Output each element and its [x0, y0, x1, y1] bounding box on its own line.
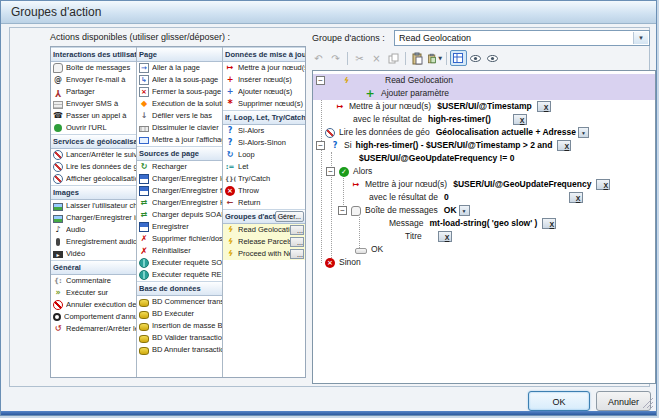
tree-row[interactable]: ×Sinon [313, 256, 655, 269]
action-item[interactable]: BD Valider transaction [137, 332, 222, 344]
resize-grip[interactable] [642, 397, 653, 408]
chevron-down-icon[interactable]: ▼ [459, 205, 470, 216]
action-item[interactable]: Laisser l'utilisateur choisir [51, 200, 136, 212]
action-item[interactable]: Boîte de messages [51, 62, 136, 74]
tree-row[interactable]: +Ajouter paramètre [313, 87, 655, 100]
action-item[interactable]: ↻Recharger [137, 161, 222, 173]
inline-dropdown[interactable]: Géolocalisation actuelle + Adresse▼ [436, 126, 589, 139]
action-item[interactable]: @Envoyer l'e-mail à [51, 74, 136, 86]
xpath-edit-button[interactable]: X [438, 231, 452, 242]
action-item[interactable]: +Ajouter nœud(s) [223, 86, 305, 98]
action-item[interactable]: ×Fermer la sous-page [137, 86, 222, 98]
action-item[interactable]: ☎Passer un appel à [51, 110, 136, 122]
action-item[interactable]: ↓Défiler vers le bas [137, 110, 222, 122]
manage-groups-button[interactable]: Gérer... [275, 211, 304, 222]
action-item[interactable]: Annuler exécution de l'act [51, 299, 136, 311]
title-bar[interactable]: Groupes d'action [1, 1, 656, 24]
action-item[interactable]: ←Return [223, 197, 305, 209]
action-item[interactable]: ⇄Charger/Enregistrer HTTP [137, 197, 222, 209]
action-item[interactable]: ↳Aller à la sous-page [137, 74, 222, 86]
xpath-edit-button[interactable]: X [537, 101, 551, 112]
action-item[interactable]: {:Commentaire [51, 275, 136, 287]
action-item[interactable]: ⇄Charger depuis SOAP [137, 209, 222, 221]
xpath-edit-button[interactable]: X [542, 218, 556, 229]
chevron-down-icon[interactable]: ▼ [578, 127, 589, 138]
action-item[interactable]: Mettre à jour l'affichage [137, 134, 222, 146]
action-item[interactable]: +Insérer nœud(s) [223, 74, 305, 86]
group-more-button[interactable]: ... [290, 237, 304, 247]
action-item[interactable]: BD Commencer transactio [137, 296, 222, 308]
tree-row[interactable]: ↦Mettre à jour nœud(s)$USER/UI/@Timestam… [313, 100, 655, 113]
action-item[interactable]: Exécuter requête SOAP [137, 257, 222, 269]
delete-icon[interactable]: × [368, 50, 385, 66]
chevron-down-icon[interactable]: ▼ [633, 32, 648, 44]
redo-icon[interactable]: ↷ [327, 50, 344, 66]
tree-row[interactable]: ↦Mettre à jour nœud(s)$USER/UI/@GeoUpdat… [313, 178, 655, 191]
action-item[interactable]: Exécuter requête REST [137, 269, 222, 281]
copy-icon[interactable] [385, 50, 402, 66]
tree-row[interactable]: −?Sihigh-res-timer() - $USER/UI/@Timesta… [313, 139, 655, 152]
action-item[interactable]: →Aller à la page [137, 62, 222, 74]
action-item[interactable]: ▸Vidéo [51, 248, 136, 260]
action-item[interactable]: ◆Exécution de la solution [137, 98, 222, 110]
action-item[interactable]: Insertion de masse BD da [137, 320, 222, 332]
action-item[interactable]: ϟRead Geolocation... [223, 224, 305, 236]
tree-row[interactable]: avec le résultat dehigh-res-timer()X [313, 113, 655, 126]
action-item[interactable]: ✗Supprimer fichier/dossier [137, 233, 222, 245]
action-item[interactable]: :=Let [223, 161, 305, 173]
action-item[interactable]: Ouvrir l'URL [51, 122, 136, 134]
action-item[interactable]: Lancer/Arrêter le suivi de [51, 149, 136, 161]
undo-icon[interactable]: ↶ [310, 50, 327, 66]
xpath-edit-button[interactable]: X [596, 179, 610, 190]
action-item[interactable]: Charger/Enregistrer le fich [137, 173, 222, 185]
action-item[interactable]: Enregistrer [137, 221, 222, 233]
tree-expander[interactable]: − [316, 141, 325, 150]
group-more-button[interactable]: ... [290, 249, 304, 259]
tree-expander[interactable]: − [338, 206, 347, 215]
action-item[interactable]: Lire les données de géo [51, 161, 136, 173]
action-item[interactable]: Comportement d'annulatio [51, 311, 136, 323]
paste-icon[interactable] [409, 50, 426, 66]
action-item[interactable]: Enregistrement audio [51, 236, 136, 248]
action-item[interactable]: ×Throw [223, 185, 305, 197]
tree-row[interactable]: −Boîte de messagesOK▼ [313, 204, 655, 217]
tree-row[interactable]: Lire les données de géoGéolocalisation a… [313, 126, 655, 139]
action-item[interactable]: ϟProceed with Next Destinatio... [223, 248, 305, 260]
xpath-edit-button[interactable]: X [513, 114, 527, 125]
ok-button[interactable]: OK [528, 391, 590, 411]
tree-row[interactable]: Messagemt-load-string( 'geo slow' )X [313, 217, 655, 230]
action-item[interactable]: {}(Try/Catch [223, 173, 305, 185]
action-item[interactable]: ↺Redémarrer/Arrêter le min [51, 323, 136, 335]
action-item[interactable]: BD Exécuter [137, 308, 222, 320]
action-item[interactable]: ✗Réinitialiser [137, 245, 222, 257]
inline-dropdown[interactable]: OK▼ [444, 204, 470, 217]
action-item[interactable]: *Supprimer nœud(s) [223, 98, 305, 110]
action-item[interactable]: YPartager [51, 86, 136, 98]
group-overview-icon[interactable] [450, 50, 467, 66]
action-group-combobox[interactable]: Read Geolocation ▼ [394, 30, 650, 46]
tree-row[interactable]: OK [313, 243, 655, 256]
tree-row[interactable]: −ϟRead Geolocation [313, 74, 655, 87]
action-item[interactable]: Afficher géolocalisation [51, 173, 136, 185]
action-item[interactable]: Dissimuler le clavier [137, 122, 222, 134]
xpath-edit-button[interactable]: X [557, 140, 571, 151]
xpath-edit-button[interactable]: X [569, 192, 583, 203]
tree-row[interactable]: −✓Alors [313, 165, 655, 178]
visibility-all-icon[interactable] [484, 50, 501, 66]
action-item[interactable]: »Exécuter sur [51, 287, 136, 299]
tree-row[interactable]: avec le résultat de0X [313, 191, 655, 204]
action-item[interactable]: ?Si-Alors-Sinon [223, 137, 305, 149]
tree-row[interactable]: TitreX [313, 230, 655, 243]
tree-expander[interactable]: − [326, 167, 335, 176]
action-item[interactable]: ↦Mettre à jour nœud(s) [223, 62, 305, 74]
tree-expander[interactable]: − [316, 76, 325, 85]
cut-icon[interactable]: ✂ [351, 50, 368, 66]
action-item[interactable]: ↻Loop [223, 149, 305, 161]
paste-options-icon[interactable]: ▼ [426, 50, 443, 66]
action-item[interactable]: BD Annuler transaction [137, 344, 222, 356]
action-item[interactable]: ?Si-Alors [223, 125, 305, 137]
action-item[interactable]: Charger/Enregistrer fichier [137, 185, 222, 197]
tree-row[interactable]: $USER/UI/@GeoUpdateFrequency != 0 [313, 152, 655, 165]
group-more-button[interactable]: ... [290, 225, 304, 235]
action-item[interactable]: Charger/Enregistrer image [51, 212, 136, 224]
